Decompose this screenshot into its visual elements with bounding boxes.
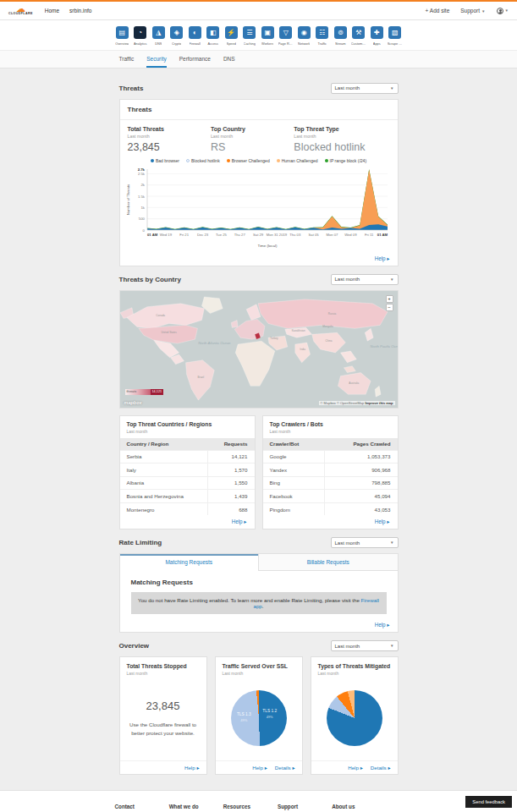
mapbox-logo[interactable]: mapbox xyxy=(124,400,142,405)
threat-types-card: Types of Threats Mitigated Last month He… xyxy=(311,656,399,775)
total-threats-value: 23,845 xyxy=(146,700,180,712)
help-link[interactable]: Help ▸ xyxy=(252,765,267,771)
workers-icon: ▣ xyxy=(261,26,274,39)
cell-value: 1,570 xyxy=(208,464,255,477)
custom-pa-icon: ⚒ xyxy=(352,26,365,39)
svg-text:Wed 09: Wed 09 xyxy=(344,232,357,236)
app-nav-item-caching[interactable]: ☰Caching xyxy=(242,26,256,46)
rate-limiting-notice: You do not have Rate Limiting enabled. T… xyxy=(131,592,387,614)
column-header-requests: Requests xyxy=(208,438,255,451)
table-row: Bosnia and Herzegovina1,439 xyxy=(120,490,255,503)
legend-item-human-challenged: Human Challenged xyxy=(277,158,318,163)
legend-item-blocked-hotlink: Blocked hotlink xyxy=(186,158,220,163)
app-nav-item-overview[interactable]: ▤Overview xyxy=(115,26,129,46)
add-site-button[interactable]: + Add site xyxy=(426,8,450,14)
app-nav-item-firewall[interactable]: ◐Firewall xyxy=(188,26,202,46)
card-footer: Help ▸ Details ▸ xyxy=(216,760,302,774)
tab-security[interactable]: Security xyxy=(146,56,166,68)
overview-period-select[interactable]: Last month▼ xyxy=(331,640,399,651)
footer-column-about-us: About usOur teamCareersPressWebsite Term… xyxy=(332,804,402,812)
overview-cards-row: Total Threats Stopped Last month 23,845 … xyxy=(119,656,399,775)
help-link[interactable]: Help ▸ xyxy=(232,518,247,524)
app-nav-item-workers[interactable]: ▣Workers xyxy=(261,26,275,46)
chevron-down-icon: ▼ xyxy=(481,9,485,14)
app-nav-item-apps[interactable]: ✚Apps xyxy=(370,26,384,46)
legend-label: Blocked hotlink xyxy=(191,158,220,163)
app-nav-item-dns[interactable]: ◮DNS xyxy=(151,26,166,46)
chevron-down-icon: ▼ xyxy=(390,86,393,91)
map-zoom-in-button[interactable]: + xyxy=(386,295,393,303)
table-row: Montenegro688 xyxy=(120,502,255,515)
app-nav-item-access[interactable]: ◧Access xyxy=(206,26,220,46)
send-feedback-button[interactable]: Send feedback xyxy=(465,796,512,808)
map-zoom-out-button[interactable]: − xyxy=(386,304,393,311)
svg-text:Time (local): Time (local) xyxy=(257,244,277,248)
app-nav-label: Custom Pa... xyxy=(351,41,366,46)
footer-column-what-we-do: What we doPlansOverviewFeaturesNetworkAp… xyxy=(169,804,223,812)
section-title-threats-by-country: Threats by Country xyxy=(119,276,181,283)
app-nav-item-scrape-shi[interactable]: ▧Scrape Shi... xyxy=(388,26,402,46)
firewall-promo-text: Use the Cloudflare firewall to better pr… xyxy=(127,721,200,737)
app-nav-item-stream[interactable]: ⊚Stream xyxy=(333,26,348,46)
threats-stats: Total ThreatsLast month23,845Top Country… xyxy=(120,120,398,155)
app-nav-item-custom-pa[interactable]: ⚒Custom Pa... xyxy=(351,26,366,46)
threats-section-head: Threats Last month▼ xyxy=(119,83,399,94)
cell-name: Montenegro xyxy=(120,502,208,515)
app-nav-item-network[interactable]: ◉Network xyxy=(297,26,311,46)
user-icon xyxy=(497,8,503,14)
help-link[interactable]: Help ▸ xyxy=(348,765,363,771)
help-link[interactable]: Help ▸ xyxy=(375,622,390,628)
app-nav-label: Apps xyxy=(373,41,381,46)
support-menu[interactable]: Support▼ xyxy=(460,8,485,14)
page-footer: ContactContact supportContact salesCall … xyxy=(0,790,517,812)
page-rules-icon: ▽ xyxy=(279,26,292,39)
svg-text:Turkey: Turkey xyxy=(270,337,278,340)
svg-text:01 AM: 01 AM xyxy=(147,232,158,236)
app-nav-item-page-rules[interactable]: ▽Page Rules xyxy=(278,26,293,46)
app-nav-item-traffic[interactable]: ☷Traffic xyxy=(315,26,329,46)
tab-traffic[interactable]: Traffic xyxy=(119,56,135,68)
tab-dns[interactable]: DNS xyxy=(223,56,235,68)
app-nav-label: Stream xyxy=(335,41,346,46)
table-help-row: Help ▸ xyxy=(120,515,255,529)
app-nav-item-analytics[interactable]: ◔Analytics xyxy=(133,26,147,46)
threats-card: Threats Total ThreatsLast month23,845Top… xyxy=(119,99,399,266)
app-nav-label: Workers xyxy=(261,41,273,46)
tab-performance[interactable]: Performance xyxy=(179,56,211,68)
threat-map-card[interactable]: North Atlantic OceanNorth Pacific OceanR… xyxy=(119,290,399,409)
app-nav-item-speed[interactable]: ⚡Speed xyxy=(224,26,239,46)
table-body: Serbia14,121Italy1,570Albania1,550Bosnia… xyxy=(120,450,255,515)
legend-label: IP range block (/24) xyxy=(330,158,367,163)
help-link[interactable]: Help ▸ xyxy=(375,518,390,524)
svg-text:1.5k: 1.5k xyxy=(137,194,145,198)
tab-matching-requests[interactable]: Matching Requests xyxy=(120,554,259,571)
stat-label: Top Country xyxy=(211,126,294,132)
table-header: Crawler/BotPages Crawled xyxy=(263,438,398,451)
app-nav-item-crypto[interactable]: ◈Crypto xyxy=(169,26,184,46)
cloudflare-logo[interactable]: ☁ CLOUDFLARE xyxy=(8,5,33,16)
chevron-down-icon: ▼ xyxy=(390,277,393,282)
map-zoom-controls: + − xyxy=(386,295,393,311)
cell-value: 45,094 xyxy=(324,490,397,503)
details-link[interactable]: Details ▸ xyxy=(371,765,391,771)
nav-zone[interactable]: srbin.info xyxy=(69,8,91,14)
app-nav-label: Page Rules xyxy=(278,41,294,46)
threats-period-select[interactable]: Last month▼ xyxy=(331,83,399,94)
sub-nav-tabs: TrafficSecurityPerformanceDNS xyxy=(119,51,399,68)
legend-item-bad-browser: Bad browser xyxy=(151,158,179,163)
user-menu[interactable]: ▼ xyxy=(497,7,509,14)
tab-billable-requests[interactable]: Billable Requests xyxy=(258,554,398,571)
nav-home[interactable]: Home xyxy=(45,8,59,14)
details-link[interactable]: Details ▸ xyxy=(275,765,295,771)
rate-limiting-period-select[interactable]: Last month▼ xyxy=(331,537,399,548)
country-period-select[interactable]: Last month▼ xyxy=(331,274,399,285)
table-title: Top Crawlers / Bots xyxy=(270,421,391,427)
help-link[interactable]: Help ▸ xyxy=(375,255,390,261)
improve-map-link[interactable]: Improve this map xyxy=(365,401,393,405)
card-head: Types of Threats Mitigated Last month xyxy=(311,657,398,676)
help-link[interactable]: Help ▸ xyxy=(184,765,200,771)
threats-help-row: Help ▸ xyxy=(120,252,398,266)
svg-text:Fri 11: Fri 11 xyxy=(364,232,373,236)
speed-icon: ⚡ xyxy=(225,26,238,39)
svg-text:Thu 03: Thu 03 xyxy=(289,232,301,236)
